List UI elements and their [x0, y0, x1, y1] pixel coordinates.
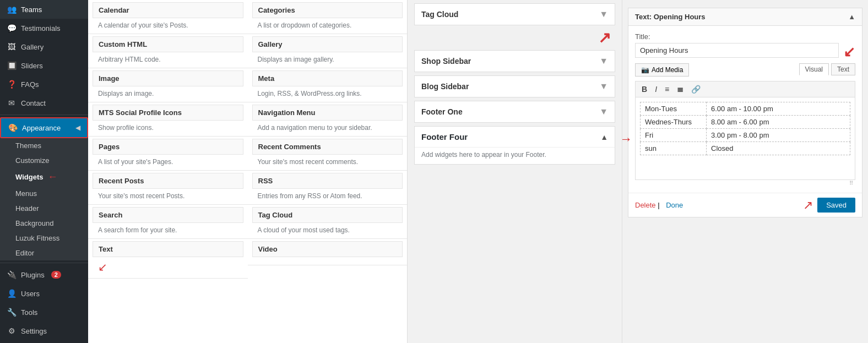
title-input[interactable] [635, 43, 839, 58]
area-tag-cloud[interactable]: Tag Cloud ▼ [414, 3, 615, 25]
media-tabs-row: 📷 Add Media Visual Text [635, 63, 855, 81]
sidebar-item-sliders[interactable]: 🔲 Sliders [0, 56, 88, 75]
sidebar-sub-background[interactable]: Background [0, 216, 88, 231]
footer-four-section: Footer Four ▲ Add widgets here to appear… [414, 126, 615, 165]
sidebar-sub-customize[interactable]: Customize [0, 153, 88, 168]
footer-four-collapse[interactable]: ▲ [600, 133, 608, 141]
widget-pages-title[interactable]: Pages [93, 139, 243, 155]
sidebar-item-gallery[interactable]: 🖼 Gallery [0, 37, 88, 56]
link-button[interactable]: 🔗 [688, 84, 703, 95]
widget-nav-menu-title[interactable]: Navigation Menu [252, 105, 403, 121]
footer-separator: | [658, 201, 661, 209]
add-media-button[interactable]: 📷 Add Media [635, 63, 689, 77]
widget-mts-social-title[interactable]: MTS Social Profile Icons [93, 105, 243, 121]
widget-video-desc [248, 259, 408, 265]
area-shop-sidebar[interactable]: Shop Sidebar ▼ [414, 50, 615, 72]
users-icon: 👤 [7, 288, 17, 298]
widget-video: Video [248, 241, 408, 265]
testimonials-icon: 💬 [7, 23, 17, 33]
widget-list: Calendar A calendar of your site's Posts… [88, 0, 408, 343]
table-row: Mon-Tues 6.00 am - 10.00 pm [641, 102, 850, 116]
widget-gallery-title[interactable]: Gallery [252, 36, 403, 52]
sidebar-item-teams[interactable]: 👥 Teams [0, 0, 88, 19]
area-expand-icon: ▼ [599, 9, 608, 19]
widget-columns: Calendar A calendar of your site's Posts… [88, 0, 407, 279]
arrow-container: ↗ [408, 29, 622, 47]
sidebar-item-plugins[interactable]: 🔌 Plugins 2 [0, 265, 88, 284]
widget-rss-title[interactable]: RSS [252, 173, 403, 189]
sidebar-sub-header[interactable]: Header [0, 201, 88, 216]
sidebar-sub-widgets[interactable]: Widgets ← [0, 168, 88, 186]
sidebar-item-testimonials[interactable]: 💬 Testimonials [0, 19, 88, 37]
widget-image-title[interactable]: Image [93, 70, 243, 86]
unordered-list-button[interactable]: ≡ [662, 84, 672, 95]
widget-rss-desc: Entries from any RSS or Atom feed. [248, 191, 408, 204]
editor-tabs: Visual Text [799, 63, 855, 75]
widget-categories-title[interactable]: Categories [252, 2, 403, 18]
tab-visual[interactable]: Visual [799, 63, 829, 75]
plus-icon: 📷 [641, 66, 649, 74]
editor-content[interactable]: Mon-Tues 6.00 am - 10.00 pm Wednes-Thurs… [635, 97, 855, 180]
gallery-icon: 🖼 [7, 42, 17, 52]
table-row: sun Closed [641, 142, 850, 155]
widget-search-title[interactable]: Search [93, 207, 243, 223]
sidebar-sub-editor[interactable]: Editor [0, 246, 88, 260]
sidebar-sub-menus[interactable]: Menus [0, 186, 88, 201]
sidebar-item-label: Gallery [21, 43, 44, 51]
delete-link[interactable]: Delete [635, 201, 656, 209]
sidebar-item-settings[interactable]: ⚙ Settings [0, 322, 88, 340]
sidebar-item-tools[interactable]: 🔧 Tools [0, 303, 88, 322]
sidebar-item-label: Teams [21, 6, 42, 14]
sidebar-item-label: Plugins [21, 271, 45, 279]
done-link[interactable]: Done [666, 201, 683, 209]
editor-toolbar: B I ≡ ≣ 🔗 [635, 81, 855, 97]
teams-icon: 👥 [7, 4, 17, 14]
ordered-list-button[interactable]: ≣ [674, 84, 686, 95]
sidebar-item-label: Appearance [22, 124, 61, 132]
sidebar: 👥 Teams 💬 Testimonials 🖼 Gallery 🔲 Slide… [0, 0, 88, 343]
tools-icon: 🔧 [7, 307, 17, 317]
sidebar-item-contact[interactable]: ✉ Contact [0, 94, 88, 112]
sidebar-item-faqs[interactable]: ❓ FAQs [0, 75, 88, 94]
footer-four-header[interactable]: Footer Four ▲ [415, 127, 615, 148]
hours-day-4: sun [641, 142, 707, 155]
widget-search: Search A search form for your site. [88, 207, 248, 239]
widget-calendar: Calendar A calendar of your site's Posts… [88, 2, 248, 34]
sidebar-sub-themes[interactable]: Themes [0, 138, 88, 153]
bold-button[interactable]: B [639, 84, 650, 95]
sliders-icon: 🔲 [7, 61, 17, 70]
resize-handle[interactable]: ⠿ [635, 180, 855, 186]
widget-recent-comments-title[interactable]: Recent Comments [252, 139, 403, 155]
widget-custom-html: Custom HTML Arbitrary HTML code. [88, 36, 248, 68]
widget-tag-cloud-title[interactable]: Tag Cloud [252, 207, 403, 223]
sidebar-item-users[interactable]: 👤 Users [0, 284, 88, 303]
widget-recent-posts: Recent Posts Your site's most recent Pos… [88, 173, 248, 205]
hours-time-1: 6.00 am - 10.00 pm [707, 102, 850, 116]
sidebar-item-label: Sliders [21, 62, 43, 70]
widget-meta-title[interactable]: Meta [252, 70, 403, 86]
widget-text-title[interactable]: Text [93, 241, 243, 257]
widget-editor-collapse[interactable]: ▲ [848, 13, 855, 21]
tab-text[interactable]: Text [831, 63, 855, 75]
widget-video-title[interactable]: Video [252, 241, 403, 257]
widget-editor-footer: Delete | Done ↗ Saved [628, 193, 862, 217]
red-arrow-title: ↙ [843, 43, 855, 60]
widget-rss: RSS Entries from any RSS or Atom feed. [248, 173, 408, 205]
widget-calendar-title[interactable]: Calendar [93, 2, 243, 18]
saved-button[interactable]: Saved [817, 198, 855, 213]
area-footer-one[interactable]: Footer One ▼ [414, 101, 615, 123]
hours-time-4: Closed [707, 142, 850, 155]
footer-links: Delete | Done [635, 201, 683, 209]
widget-recent-posts-title[interactable]: Recent Posts [93, 173, 243, 189]
widgets-red-arrow: ← [47, 171, 57, 183]
sidebar-sub-luzuk[interactable]: Luzuk Fitness [0, 231, 88, 246]
italic-button[interactable]: I [652, 84, 660, 95]
widget-recent-posts-desc: Your site's most recent Posts. [88, 191, 248, 204]
area-blog-sidebar[interactable]: Blog Sidebar ▼ [414, 75, 615, 97]
widget-mts-social: MTS Social Profile Icons Show profile ic… [88, 105, 248, 137]
widget-custom-html-title[interactable]: Custom HTML [93, 36, 243, 52]
footer-four-desc: Add widgets here to appear in your Foote… [415, 148, 615, 164]
sidebar-item-appearance[interactable]: 🎨 Appearance ◀ [0, 117, 88, 138]
settings-icon: ⚙ [7, 326, 17, 336]
top-arrow-row [622, 0, 868, 2]
